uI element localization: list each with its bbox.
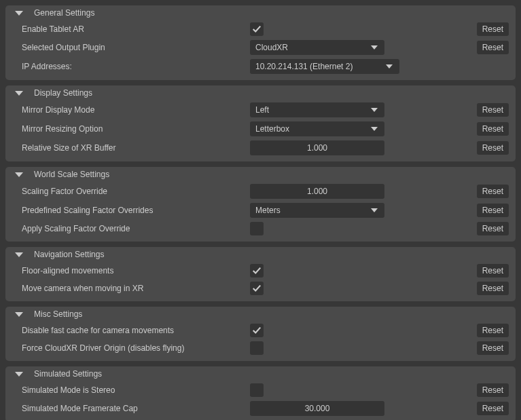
- label: Floor-aligned movements: [22, 266, 250, 275]
- label: Scaling Factor Override: [22, 187, 250, 196]
- section-simulated-settings: Simulated Settings Simulated Mode is Ste…: [5, 366, 516, 420]
- chevron-down-icon: [371, 45, 378, 50]
- select-value: Letterbox: [255, 124, 289, 134]
- row-ip-addresses: IP Addresses: 10.20.214.131 (Ethernet 2): [5, 57, 516, 76]
- row-scaling-override: Scaling Factor Override 1.000 Reset: [5, 182, 516, 201]
- select-value: 10.20.214.131 (Ethernet 2): [255, 62, 353, 71]
- reset-button[interactable]: Reset: [477, 185, 509, 198]
- section-header-world-scale[interactable]: World Scale Settings: [5, 167, 516, 182]
- label: Mirror Display Mode: [22, 105, 250, 115]
- collapse-icon: [15, 91, 23, 96]
- section-navigation-settings: Navigation Settings Floor-aligned moveme…: [5, 247, 516, 301]
- label: Relative Size of XR Buffer: [22, 143, 250, 153]
- collapse-icon: [15, 252, 23, 257]
- reset-button[interactable]: Reset: [477, 282, 509, 295]
- numfield-value: 1.000: [307, 143, 327, 153]
- checkbox-disable-fast-cache[interactable]: [250, 324, 264, 337]
- row-disable-fast-cache: Disable fast cache for camera movements …: [5, 322, 516, 339]
- reset-button[interactable]: Reset: [477, 264, 509, 278]
- select-value: CloudXR: [255, 43, 288, 52]
- reset-button[interactable]: Reset: [477, 402, 509, 415]
- collapse-icon: [15, 312, 23, 317]
- row-output-plugin: Selected Output Plugin CloudXR Reset: [5, 38, 516, 57]
- check-icon: [252, 326, 262, 335]
- checkbox-stereo[interactable]: [250, 383, 264, 397]
- label: Force CloudXR Driver Origin (disables fl…: [22, 343, 250, 353]
- numfield-value: 1.000: [307, 187, 327, 196]
- label: Apply Scaling Factor Override: [22, 224, 250, 233]
- section-world-scale-settings: World Scale Settings Scaling Factor Over…: [5, 167, 516, 242]
- section-title: Simulated Settings: [34, 369, 102, 379]
- section-header-misc[interactable]: Misc Settings: [5, 307, 516, 322]
- section-header-navigation[interactable]: Navigation Settings: [5, 247, 516, 262]
- select-mirror-display-mode[interactable]: Left: [250, 102, 384, 117]
- select-value: Meters: [255, 206, 281, 215]
- chevron-down-icon: [371, 108, 378, 112]
- row-xr-buffer-size: Relative Size of XR Buffer 1.000 Reset: [5, 138, 516, 157]
- numfield-framerate-cap[interactable]: 30.000: [250, 401, 384, 416]
- label: Mirror Resizing Option: [22, 124, 250, 134]
- section-header-general[interactable]: General Settings: [5, 5, 516, 20]
- row-stereo: Simulated Mode is Stereo Reset: [5, 381, 516, 399]
- checkbox-apply-override[interactable]: [250, 222, 264, 235]
- reset-button[interactable]: Reset: [477, 341, 509, 355]
- label: Simulated Mode Framerate Cap: [22, 404, 250, 413]
- section-title: Navigation Settings: [34, 250, 104, 259]
- check-icon: [252, 24, 262, 34]
- section-display-settings: Display Settings Mirror Display Mode Lef…: [5, 85, 516, 161]
- label: Enable Tablet AR: [22, 24, 250, 34]
- checkbox-move-camera[interactable]: [250, 282, 264, 295]
- reset-button[interactable]: Reset: [477, 141, 509, 155]
- reset-button[interactable]: Reset: [477, 103, 509, 117]
- label: IP Addresses:: [22, 62, 250, 71]
- reset-button[interactable]: Reset: [477, 222, 509, 235]
- numfield-xr-buffer-size[interactable]: 1.000: [250, 140, 384, 155]
- row-force-cloudxr-origin: Force CloudXR Driver Origin (disables fl…: [5, 339, 516, 357]
- chevron-down-icon: [371, 208, 378, 212]
- reset-button[interactable]: Reset: [477, 324, 509, 337]
- reset-button[interactable]: Reset: [477, 204, 509, 217]
- collapse-icon: [15, 372, 23, 377]
- check-icon: [252, 284, 262, 293]
- numfield-value: 30.000: [305, 404, 330, 413]
- section-general-settings: General Settings Enable Tablet AR Reset …: [5, 5, 516, 80]
- reset-button[interactable]: Reset: [477, 41, 509, 54]
- select-predefined-overrides[interactable]: Meters: [250, 203, 384, 218]
- label: Simulated Mode is Stereo: [22, 385, 250, 395]
- collapse-icon: [15, 172, 23, 177]
- reset-button[interactable]: Reset: [477, 122, 509, 136]
- collapse-icon: [15, 11, 23, 16]
- section-title: Misc Settings: [34, 309, 82, 319]
- chevron-down-icon: [371, 127, 378, 131]
- row-predefined-overrides: Predefined Scaling Factor Overrides Mete…: [5, 201, 516, 220]
- select-ip-addresses[interactable]: 10.20.214.131 (Ethernet 2): [250, 59, 399, 74]
- select-mirror-resizing[interactable]: Letterbox: [250, 121, 384, 136]
- section-misc-settings: Misc Settings Disable fast cache for cam…: [5, 307, 516, 361]
- row-enable-tablet-ar: Enable Tablet AR Reset: [5, 20, 516, 38]
- select-value: Left: [255, 105, 269, 115]
- row-apply-override: Apply Scaling Factor Override Reset: [5, 220, 516, 237]
- reset-button[interactable]: Reset: [477, 22, 509, 36]
- row-mirror-display-mode: Mirror Display Mode Left Reset: [5, 100, 516, 119]
- row-floor-aligned: Floor-aligned movements Reset: [5, 262, 516, 280]
- select-output-plugin[interactable]: CloudXR: [250, 40, 384, 55]
- section-header-display[interactable]: Display Settings: [5, 85, 516, 100]
- section-title: Display Settings: [34, 88, 92, 98]
- row-mirror-resizing: Mirror Resizing Option Letterbox Reset: [5, 119, 516, 138]
- checkbox-floor-aligned[interactable]: [250, 264, 264, 278]
- reset-button[interactable]: Reset: [477, 383, 509, 397]
- row-framerate-cap: Simulated Mode Framerate Cap 30.000 Rese…: [5, 399, 516, 418]
- section-title: General Settings: [34, 8, 94, 18]
- numfield-scaling-override[interactable]: 1.000: [250, 184, 384, 199]
- section-header-simulated[interactable]: Simulated Settings: [5, 366, 516, 381]
- label: Selected Output Plugin: [22, 43, 250, 52]
- chevron-down-icon: [386, 64, 393, 69]
- section-title: World Scale Settings: [34, 170, 109, 179]
- checkbox-force-cloudxr-origin[interactable]: [250, 341, 264, 355]
- row-move-camera: Move camera when moving in XR Reset: [5, 280, 516, 297]
- check-icon: [252, 266, 262, 275]
- label: Move camera when moving in XR: [22, 284, 250, 293]
- checkbox-enable-tablet-ar[interactable]: [250, 22, 264, 36]
- label: Disable fast cache for camera movements: [22, 326, 250, 335]
- label: Predefined Scaling Factor Overrides: [22, 206, 250, 215]
